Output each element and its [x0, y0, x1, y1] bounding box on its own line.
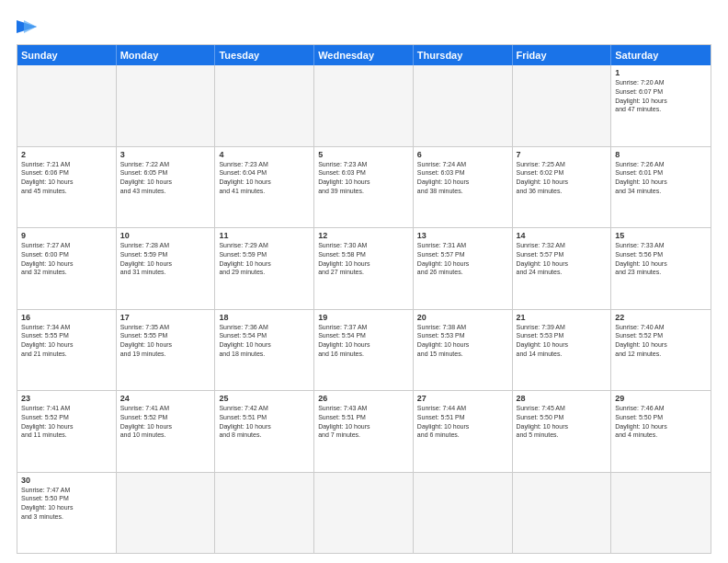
week-row-3: 9Sunrise: 7:27 AM Sunset: 6:00 PM Daylig…: [17, 228, 711, 310]
day-number: 2: [21, 150, 112, 159]
cell-info: Sunrise: 7:26 AM Sunset: 6:01 PM Dayligh…: [615, 160, 707, 196]
cal-cell: [117, 473, 216, 554]
day-number: 9: [21, 231, 112, 240]
week-row-2: 2Sunrise: 7:21 AM Sunset: 6:06 PM Daylig…: [17, 147, 711, 229]
cal-cell: 12Sunrise: 7:30 AM Sunset: 5:58 PM Dayli…: [314, 228, 414, 309]
week-row-6: 30Sunrise: 7:47 AM Sunset: 5:50 PM Dayli…: [17, 473, 711, 554]
cal-cell: 11Sunrise: 7:29 AM Sunset: 5:59 PM Dayli…: [215, 228, 314, 309]
cal-cell: [17, 65, 117, 146]
cal-cell: 25Sunrise: 7:42 AM Sunset: 5:51 PM Dayli…: [215, 391, 314, 472]
header-day-wednesday: Wednesday: [314, 45, 414, 65]
cell-info: Sunrise: 7:45 AM Sunset: 5:50 PM Dayligh…: [517, 404, 608, 440]
cell-info: Sunrise: 7:43 AM Sunset: 5:51 PM Dayligh…: [318, 404, 409, 440]
cell-info: Sunrise: 7:41 AM Sunset: 5:52 PM Dayligh…: [21, 404, 112, 440]
cal-cell: 22Sunrise: 7:40 AM Sunset: 5:52 PM Dayli…: [611, 310, 711, 391]
cal-cell: 17Sunrise: 7:35 AM Sunset: 5:55 PM Dayli…: [117, 310, 216, 391]
day-number: 25: [219, 394, 310, 403]
day-number: 26: [318, 394, 409, 403]
cell-info: Sunrise: 7:41 AM Sunset: 5:52 PM Dayligh…: [120, 404, 211, 440]
calendar: SundayMondayTuesdayWednesdayThursdayFrid…: [17, 44, 711, 554]
cal-cell: 13Sunrise: 7:31 AM Sunset: 5:57 PM Dayli…: [414, 228, 513, 309]
cal-cell: 29Sunrise: 7:46 AM Sunset: 5:50 PM Dayli…: [611, 391, 711, 472]
day-number: 19: [318, 313, 409, 322]
day-number: 12: [318, 231, 409, 240]
cal-cell: 21Sunrise: 7:39 AM Sunset: 5:53 PM Dayli…: [513, 310, 612, 391]
cell-info: Sunrise: 7:28 AM Sunset: 5:59 PM Dayligh…: [120, 241, 211, 277]
cell-info: Sunrise: 7:42 AM Sunset: 5:51 PM Dayligh…: [219, 404, 310, 440]
day-number: 21: [517, 313, 608, 322]
day-number: 23: [21, 394, 112, 403]
cal-cell: 9Sunrise: 7:27 AM Sunset: 6:00 PM Daylig…: [17, 228, 117, 309]
header-day-thursday: Thursday: [414, 45, 513, 65]
cal-cell: [215, 473, 314, 554]
day-number: 16: [21, 313, 112, 322]
day-number: 6: [417, 150, 508, 159]
cal-cell: [513, 473, 612, 554]
cell-info: Sunrise: 7:32 AM Sunset: 5:57 PM Dayligh…: [517, 241, 608, 277]
cell-info: Sunrise: 7:36 AM Sunset: 5:54 PM Dayligh…: [219, 323, 310, 359]
header-day-saturday: Saturday: [611, 45, 711, 65]
cell-info: Sunrise: 7:22 AM Sunset: 6:05 PM Dayligh…: [120, 160, 211, 196]
day-number: 1: [615, 68, 707, 77]
day-number: 4: [219, 150, 310, 159]
calendar-page: SundayMondayTuesdayWednesdayThursdayFrid…: [0, 0, 728, 563]
day-number: 11: [219, 231, 310, 240]
cal-cell: 23Sunrise: 7:41 AM Sunset: 5:52 PM Dayli…: [17, 391, 117, 472]
day-number: 13: [417, 231, 508, 240]
cal-cell: [314, 65, 414, 146]
cal-cell: 20Sunrise: 7:38 AM Sunset: 5:53 PM Dayli…: [414, 310, 513, 391]
cal-cell: 4Sunrise: 7:23 AM Sunset: 6:04 PM Daylig…: [215, 147, 314, 228]
cell-info: Sunrise: 7:37 AM Sunset: 5:54 PM Dayligh…: [318, 323, 409, 359]
day-number: 8: [615, 150, 707, 159]
cal-cell: 16Sunrise: 7:34 AM Sunset: 5:55 PM Dayli…: [17, 310, 117, 391]
cell-info: Sunrise: 7:27 AM Sunset: 6:00 PM Dayligh…: [21, 241, 112, 277]
logo: [17, 17, 44, 35]
day-number: 24: [120, 394, 211, 403]
cal-cell: [611, 473, 711, 554]
cal-cell: 2Sunrise: 7:21 AM Sunset: 6:06 PM Daylig…: [17, 147, 117, 228]
cell-info: Sunrise: 7:35 AM Sunset: 5:55 PM Dayligh…: [120, 323, 211, 359]
cell-info: Sunrise: 7:47 AM Sunset: 5:50 PM Dayligh…: [21, 486, 112, 522]
cal-cell: [314, 473, 414, 554]
cell-info: Sunrise: 7:25 AM Sunset: 6:02 PM Dayligh…: [517, 160, 608, 196]
header-day-friday: Friday: [513, 45, 612, 65]
cal-cell: 27Sunrise: 7:44 AM Sunset: 5:51 PM Dayli…: [414, 391, 513, 472]
cell-info: Sunrise: 7:34 AM Sunset: 5:55 PM Dayligh…: [21, 323, 112, 359]
calendar-body: 1Sunrise: 7:20 AM Sunset: 6:07 PM Daylig…: [17, 65, 711, 553]
cell-info: Sunrise: 7:23 AM Sunset: 6:03 PM Dayligh…: [318, 160, 409, 196]
cal-cell: 8Sunrise: 7:26 AM Sunset: 6:01 PM Daylig…: [611, 147, 711, 228]
week-row-1: 1Sunrise: 7:20 AM Sunset: 6:07 PM Daylig…: [17, 65, 711, 147]
cal-cell: [117, 65, 216, 146]
cal-cell: 15Sunrise: 7:33 AM Sunset: 5:56 PM Dayli…: [611, 228, 711, 309]
day-number: 14: [517, 231, 608, 240]
day-number: 27: [417, 394, 508, 403]
day-number: 20: [417, 313, 508, 322]
day-number: 17: [120, 313, 211, 322]
cal-cell: [414, 473, 513, 554]
cal-cell: [215, 65, 314, 146]
cal-cell: 10Sunrise: 7:28 AM Sunset: 5:59 PM Dayli…: [117, 228, 216, 309]
cell-info: Sunrise: 7:30 AM Sunset: 5:58 PM Dayligh…: [318, 241, 409, 277]
cell-info: Sunrise: 7:21 AM Sunset: 6:06 PM Dayligh…: [21, 160, 112, 196]
cell-info: Sunrise: 7:23 AM Sunset: 6:04 PM Dayligh…: [219, 160, 310, 196]
cal-cell: 26Sunrise: 7:43 AM Sunset: 5:51 PM Dayli…: [314, 391, 414, 472]
day-number: 15: [615, 231, 707, 240]
week-row-5: 23Sunrise: 7:41 AM Sunset: 5:52 PM Dayli…: [17, 391, 711, 473]
header: [17, 17, 711, 35]
day-number: 22: [615, 313, 707, 322]
cal-cell: 5Sunrise: 7:23 AM Sunset: 6:03 PM Daylig…: [314, 147, 414, 228]
cell-info: Sunrise: 7:40 AM Sunset: 5:52 PM Dayligh…: [615, 323, 707, 359]
cell-info: Sunrise: 7:44 AM Sunset: 5:51 PM Dayligh…: [417, 404, 508, 440]
cell-info: Sunrise: 7:24 AM Sunset: 6:03 PM Dayligh…: [417, 160, 508, 196]
cal-cell: 24Sunrise: 7:41 AM Sunset: 5:52 PM Dayli…: [117, 391, 216, 472]
cal-cell: 28Sunrise: 7:45 AM Sunset: 5:50 PM Dayli…: [513, 391, 612, 472]
cal-cell: 6Sunrise: 7:24 AM Sunset: 6:03 PM Daylig…: [414, 147, 513, 228]
day-number: 3: [120, 150, 211, 159]
cell-info: Sunrise: 7:46 AM Sunset: 5:50 PM Dayligh…: [615, 404, 707, 440]
cal-cell: [513, 65, 612, 146]
cal-cell: 7Sunrise: 7:25 AM Sunset: 6:02 PM Daylig…: [513, 147, 612, 228]
cal-cell: 19Sunrise: 7:37 AM Sunset: 5:54 PM Dayli…: [314, 310, 414, 391]
header-day-monday: Monday: [117, 45, 216, 65]
logo-icon: [17, 18, 44, 35]
cell-info: Sunrise: 7:20 AM Sunset: 6:07 PM Dayligh…: [615, 78, 707, 114]
